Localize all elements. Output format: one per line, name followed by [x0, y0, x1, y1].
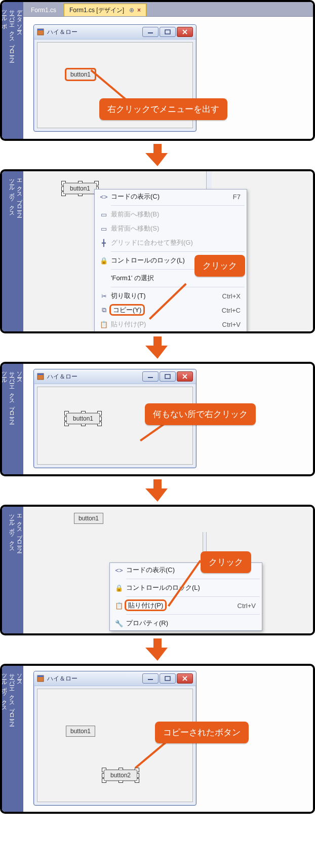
pin-icon[interactable]: ⊕ [129, 7, 134, 14]
maximize-button[interactable] [160, 673, 176, 684]
ctx-properties[interactable]: 🔧プロパティ(R) [110, 616, 262, 630]
tab-label: Form1.cs [デザイン] [69, 6, 124, 15]
arrow-down-icon [144, 637, 171, 662]
sidebar-item[interactable]: ツール [1, 368, 8, 461]
ctx-copy[interactable]: ⧉コピー(Y)Ctrl+C [95, 303, 247, 317]
ctx-bring-front[interactable]: ▭最前面へ移動(B) [95, 207, 247, 221]
vs-sidebar: ソース サーバー エクスプローラー ツール [2, 364, 23, 474]
minimize-button[interactable] [142, 673, 159, 684]
close-button[interactable] [177, 673, 193, 684]
sidebar-item[interactable]: ツールボックス [8, 511, 16, 620]
svg-rect-9 [37, 675, 44, 677]
vs-sidebar: データ ソース サーバー エクスプローラー ツールボ [2, 2, 23, 139]
sidebar-item[interactable]: データ ソース [16, 6, 23, 126]
ctx-cut[interactable]: ✂切り取り(T)Ctrl+X [95, 289, 247, 303]
sidebar-item[interactable]: ツールボックス [8, 175, 16, 318]
vs-sidebar: ソース サーバー エクスプローラー ツールボックス [2, 666, 23, 812]
button1-control[interactable]: button1 [66, 726, 95, 737]
svg-rect-6 [148, 377, 153, 378]
ctx-delete[interactable]: ✕削除(D)Del [95, 331, 247, 333]
arrow-down-icon [144, 143, 171, 167]
arrow-down-icon [144, 478, 171, 503]
svg-rect-3 [165, 30, 170, 34]
callout-copied-button: コピーされたボタン [155, 722, 249, 743]
svg-rect-10 [148, 679, 153, 680]
callout-empty-rightclick: 何もない所で右クリック [145, 403, 256, 425]
form-title: ハイ＆ロー [47, 674, 142, 683]
tab-active[interactable]: Form1.cs [デザイン] ⊕ × [64, 4, 146, 16]
button1-selected[interactable]: button1 [66, 412, 100, 425]
vs-sidebar: エクスプローラー ツールボックス [2, 171, 23, 331]
ctx-send-back[interactable]: ▭最背面へ移動(S) [95, 221, 247, 236]
ctx-paste[interactable]: 📋貼り付け(P)Ctrl+V [110, 598, 262, 613]
close-button[interactable] [177, 371, 193, 382]
sidebar-item[interactable]: エクスプローラー [16, 511, 23, 620]
arrow-down-icon [144, 335, 171, 360]
sidebar-item[interactable]: エクスプローラー [16, 175, 23, 318]
ctx-view-code[interactable]: <>コードの表示(C)F7 [95, 190, 247, 204]
close-tab-icon[interactable]: × [137, 7, 141, 14]
sidebar-item[interactable]: サーバー エクスプローラー [8, 670, 16, 799]
sidebar-item[interactable]: ツールボックス [1, 670, 8, 799]
svg-rect-7 [165, 374, 170, 379]
svg-rect-5 [37, 373, 44, 375]
sidebar-item[interactable]: ソース [16, 368, 23, 461]
svg-rect-2 [148, 32, 153, 33]
callout-rightclick: 右クリックでメニューを出す [99, 98, 227, 120]
svg-rect-1 [37, 29, 44, 30]
ctx-align-grid[interactable]: ╋グリッドに合わせて整列(G) [95, 236, 247, 250]
form-title: ハイ＆ロー [47, 372, 142, 381]
close-button[interactable] [177, 27, 193, 37]
minimize-button[interactable] [142, 27, 159, 37]
minimize-button[interactable] [142, 371, 159, 382]
maximize-button[interactable] [160, 27, 176, 37]
callout-click: クリック [201, 551, 251, 573]
form-icon [37, 675, 44, 682]
vs-sidebar: エクスプローラー ツールボックス [2, 507, 23, 633]
maximize-button[interactable] [160, 371, 176, 382]
form-title: ハイ＆ロー [47, 28, 142, 36]
button2-selected[interactable]: button2 [103, 769, 138, 781]
ctx-paste[interactable]: 📋貼り付け(P)Ctrl+V [95, 317, 247, 331]
tab-bar: Form1.cs Form1.cs [デザイン] ⊕ × [23, 2, 313, 17]
form-icon [37, 373, 44, 380]
sidebar-item[interactable]: ツールボ [1, 6, 8, 126]
sidebar-item[interactable]: ソース [16, 670, 23, 799]
form-icon [37, 28, 44, 35]
tab-inactive[interactable]: Form1.cs [25, 4, 62, 16]
button1-control[interactable]: button1 [74, 513, 103, 524]
callout-click: クリック [194, 255, 245, 277]
sidebar-item[interactable]: サーバー エクスプローラー [8, 6, 16, 126]
button1-selected[interactable]: button1 [63, 182, 97, 195]
svg-rect-11 [165, 676, 170, 681]
sidebar-item[interactable]: サーバー エクスプローラー [8, 368, 16, 461]
